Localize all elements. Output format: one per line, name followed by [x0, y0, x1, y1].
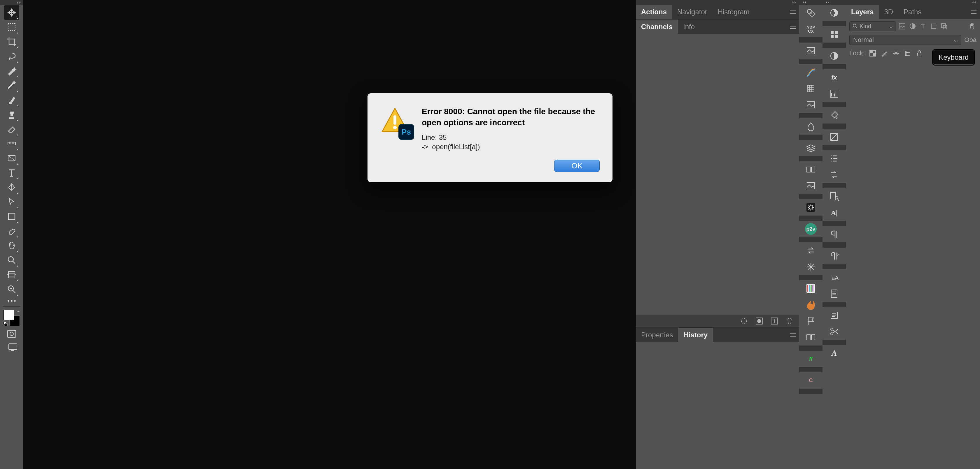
type-tool[interactable] [4, 165, 19, 180]
person-layer-icon[interactable] [822, 188, 846, 204]
pen-tool[interactable] [4, 180, 19, 195]
strip-collapse-handle[interactable] [799, 0, 822, 5]
levels-icon[interactable] [822, 86, 846, 102]
panel-collapse-handle[interactable] [636, 0, 799, 5]
marquee-tool[interactable] [4, 20, 19, 34]
eraser-tool[interactable] [4, 122, 19, 136]
stack-icon[interactable] [799, 140, 822, 156]
quick-mask-toggle[interactable] [5, 328, 18, 339]
save-selection-mask-icon[interactable] [756, 317, 763, 325]
hand-tool[interactable] [4, 238, 19, 253]
compare-icon[interactable] [799, 162, 822, 178]
swatches-icon[interactable] [822, 5, 846, 21]
wand-tool[interactable] [4, 63, 19, 78]
fire-icon[interactable] [799, 296, 822, 313]
filter-pixel-icon[interactable] [898, 22, 907, 30]
tab-3d[interactable]: 3D [879, 5, 898, 19]
filter-smart-icon[interactable] [940, 22, 948, 30]
ruler-tool[interactable] [4, 136, 19, 151]
paragraph2-icon[interactable] [822, 247, 846, 264]
lasso-tool[interactable] [4, 49, 19, 63]
flag-icon[interactable] [799, 313, 822, 329]
crop-tool[interactable] [4, 34, 19, 49]
tab-histogram[interactable]: Histogram [713, 5, 755, 19]
smudge-tool[interactable] [4, 224, 19, 238]
blend-mode-dropdown[interactable]: Normal⌵ [850, 35, 961, 45]
palette-bars-icon[interactable] [799, 280, 822, 296]
panel-menu-icon[interactable] [786, 25, 799, 29]
swap-icon[interactable] [799, 242, 822, 259]
filter-toggle-switch[interactable] [968, 22, 977, 30]
picture-icon[interactable] [799, 43, 822, 59]
tab-layers[interactable]: Layers [846, 5, 879, 19]
filter-shape-icon[interactable] [929, 22, 938, 30]
lock-transparency-icon[interactable] [869, 49, 877, 57]
ff-plugin-icon[interactable]: ff [799, 351, 822, 367]
layer-kind-dropdown[interactable]: Kind ⌵ [850, 21, 896, 31]
swap-colors-icon[interactable]: ⤺ [17, 310, 20, 314]
hue-sat-icon[interactable] [799, 5, 822, 21]
fx-icon[interactable]: fx [822, 69, 846, 86]
tab-history[interactable]: History [678, 328, 713, 342]
new-channel-icon[interactable] [771, 317, 778, 325]
filter-adjustment-icon[interactable] [908, 22, 917, 30]
tab-info[interactable]: Info [678, 19, 700, 34]
gear-plugin-icon[interactable] [799, 199, 822, 215]
scissors-icon[interactable] [822, 323, 846, 340]
doc-icon[interactable] [822, 285, 846, 302]
delete-channel-icon[interactable] [786, 317, 793, 325]
load-selection-icon[interactable] [740, 317, 748, 325]
tab-properties[interactable]: Properties [636, 328, 678, 342]
grid2-icon[interactable] [822, 26, 846, 43]
lock-pixels-icon[interactable] [881, 49, 888, 57]
p2v-plugin-icon[interactable]: p2v [799, 221, 822, 237]
tone-icon[interactable] [822, 129, 846, 145]
paragraph-icon[interactable] [822, 226, 846, 242]
layers-collapse-handle[interactable] [846, 0, 980, 5]
foreground-background-colors[interactable]: ⤺ [3, 310, 20, 326]
tab-paths[interactable]: Paths [898, 5, 927, 19]
panel-menu-icon[interactable] [786, 333, 799, 337]
drop-icon[interactable] [799, 118, 822, 135]
star-burst-icon[interactable] [799, 259, 822, 275]
stamp-tool[interactable] [4, 107, 19, 122]
grid-icon[interactable] [799, 81, 822, 97]
lock-all-icon[interactable] [916, 49, 923, 57]
screen-mode-toggle[interactable] [5, 342, 18, 353]
brush-tool[interactable] [4, 93, 19, 107]
tab-actions[interactable]: Actions [636, 5, 672, 19]
compare2-icon[interactable] [799, 329, 822, 345]
swap-layers-icon[interactable] [822, 166, 846, 183]
shape-tool[interactable] [4, 209, 19, 224]
default-colors-icon[interactable] [3, 322, 8, 326]
ok-button[interactable]: OK [554, 160, 600, 172]
strip-collapse-handle[interactable] [822, 0, 846, 5]
lock-position-icon[interactable] [892, 49, 900, 57]
brush-list-icon[interactable] [822, 150, 846, 166]
picture2-icon[interactable] [799, 97, 822, 113]
filter-type-icon[interactable] [919, 22, 928, 30]
picture3-icon[interactable] [799, 178, 822, 194]
toolbar-collapse-handle[interactable] [0, 0, 23, 5]
gradient-tool[interactable] [4, 151, 19, 165]
cap-c-icon[interactable]: C [799, 372, 822, 388]
curve-icon[interactable] [799, 64, 822, 81]
notes-icon[interactable] [822, 307, 846, 323]
more-tools-dots[interactable] [4, 296, 19, 305]
lock-artboard-icon[interactable] [904, 49, 912, 57]
panel-menu-icon[interactable] [786, 10, 799, 14]
eyedropper-tool[interactable] [4, 78, 19, 93]
foreground-color-swatch[interactable] [3, 310, 14, 320]
small-a-icon[interactable]: aA [822, 269, 846, 285]
contrast-icon[interactable] [822, 48, 846, 64]
panel-menu-icon[interactable] [967, 10, 980, 14]
move-tool[interactable] [4, 5, 19, 20]
char-caret-icon[interactable]: A| [822, 204, 846, 221]
tab-navigator[interactable]: Navigator [672, 5, 713, 19]
nbp-plugin-icon[interactable]: NBP CX [799, 21, 822, 37]
artboard-tool[interactable] [4, 268, 19, 282]
path-select-tool[interactable] [4, 195, 19, 209]
fancy-a-icon[interactable]: A [822, 345, 846, 361]
zoom-alt-tool[interactable] [4, 282, 19, 296]
zoom-tool[interactable] [4, 253, 19, 268]
